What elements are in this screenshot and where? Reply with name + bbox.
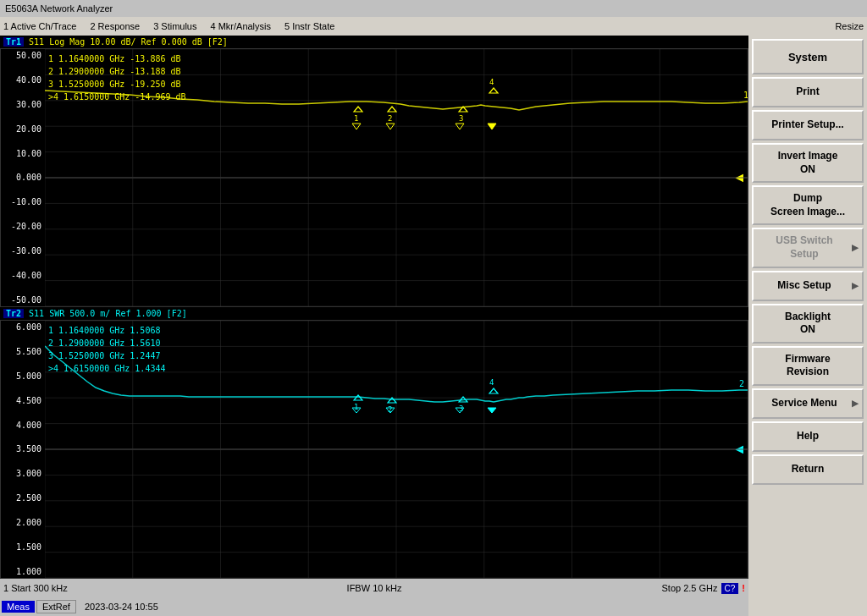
- svg-marker-29: [386, 124, 395, 129]
- service-menu-button[interactable]: Service Menu ▶: [752, 388, 864, 419]
- svg-text:2: 2: [739, 379, 744, 388]
- datetime-display: 2023-03-24 10:55: [78, 601, 165, 613]
- printer-setup-button[interactable]: Printer Setup...: [752, 110, 864, 140]
- svg-marker-64: [488, 408, 496, 413]
- menu-bar: 1 Active Ch/Trace 2 Response 3 Stimulus …: [0, 17, 867, 36]
- title-bar: E5063A Network Analyzer: [0, 0, 867, 17]
- tr1-header: S11 Log Mag 10.00 dB/ Ref 0.000 dB [F2]: [29, 37, 228, 47]
- title-text: E5063A Network Analyzer: [5, 3, 113, 14]
- stop-freq: Stop 2.5 GHz C? !: [498, 583, 745, 594]
- firmware-revision-button[interactable]: Firmware Revision: [752, 346, 864, 386]
- tr2-marker-data: 1 1.1640000 GHz 1.5068 2 1.2900000 GHz 1…: [48, 324, 165, 375]
- status-bar: Meas ExtRef 2023-03-24 10:55: [0, 597, 748, 616]
- svg-text:4: 4: [489, 378, 494, 387]
- svg-text:4: 4: [489, 78, 494, 86]
- backlight-button[interactable]: Backlight ON: [752, 304, 864, 344]
- ifbw: IFBW 10 kHz: [251, 583, 498, 593]
- svg-marker-28: [352, 124, 361, 129]
- usb-arrow-icon: ▶: [852, 242, 859, 253]
- system-button[interactable]: System: [752, 39, 864, 74]
- usb-switch-setup-button[interactable]: USB Switch Setup ▶: [752, 228, 864, 267]
- chart-panel-1: 50.00 40.00 30.00 20.00 10.00 0.000 -10.…: [0, 48, 748, 307]
- error-indicator: !: [742, 583, 745, 593]
- svg-text:1: 1: [354, 114, 358, 123]
- y-axis-2: 6.000 5.500 5.000 4.500 4.000 3.500 3.00…: [1, 321, 45, 578]
- main-content: Tr1 S11 Log Mag 10.00 dB/ Ref 0.000 dB […: [0, 36, 867, 616]
- help-button[interactable]: Help: [752, 421, 864, 452]
- svg-text:1: 1: [743, 91, 748, 100]
- svg-marker-20: [354, 107, 362, 112]
- svg-marker-30: [456, 124, 464, 129]
- tr1-marker-data: 1 1.1640000 GHz -13.886 dB 2 1.2900000 G…: [48, 52, 186, 103]
- menu-item-stimulus[interactable]: 3 Stimulus: [153, 21, 196, 31]
- dump-screen-button[interactable]: Dump Screen Image...: [752, 185, 864, 225]
- service-arrow-icon: ▶: [852, 398, 859, 409]
- svg-marker-22: [388, 107, 396, 112]
- start-freq: 1 Start 300 kHz: [3, 583, 251, 593]
- meas-status: Meas: [2, 601, 35, 613]
- sidebar: System Print Printer Setup... Invert Ima…: [748, 36, 867, 616]
- menu-item-response[interactable]: 2 Response: [90, 21, 140, 31]
- svg-marker-31: [488, 124, 496, 129]
- extref-status: ExtRef: [36, 600, 76, 613]
- invert-image-button[interactable]: Invert Image ON: [752, 143, 864, 183]
- return-button[interactable]: Return: [752, 454, 864, 485]
- resize-button[interactable]: Resize: [835, 21, 864, 31]
- svg-marker-60: [489, 388, 498, 393]
- misc-setup-button[interactable]: Misc Setup ▶: [752, 271, 864, 301]
- menu-item-active-ch[interactable]: 1 Active Ch/Trace: [3, 21, 76, 31]
- svg-marker-27: [489, 88, 498, 93]
- chart-panel-2: 6.000 5.500 5.000 4.500 4.000 3.500 3.00…: [0, 320, 748, 579]
- channel-status: C?: [721, 583, 739, 594]
- bottom-bar: 1 Start 300 kHz IFBW 10 kHz Stop 2.5 GHz…: [0, 579, 748, 597]
- misc-arrow-icon: ▶: [852, 280, 859, 291]
- svg-text:2: 2: [388, 114, 392, 123]
- menu-item-mkr[interactable]: 4 Mkr/Analysis: [210, 21, 271, 31]
- chart-area: Tr1 S11 Log Mag 10.00 dB/ Ref 0.000 dB […: [0, 36, 748, 616]
- tr2-header: S11 SWR 500.0 m/ Ref 1.000 [F2]: [29, 309, 187, 318]
- print-button[interactable]: Print: [752, 77, 864, 107]
- tr2-badge: Tr2: [3, 309, 24, 318]
- menu-item-instr[interactable]: 5 Instr State: [284, 21, 334, 31]
- svg-text:3: 3: [459, 114, 463, 123]
- tr1-badge: Tr1: [3, 37, 24, 47]
- svg-text:1: 1: [354, 403, 358, 411]
